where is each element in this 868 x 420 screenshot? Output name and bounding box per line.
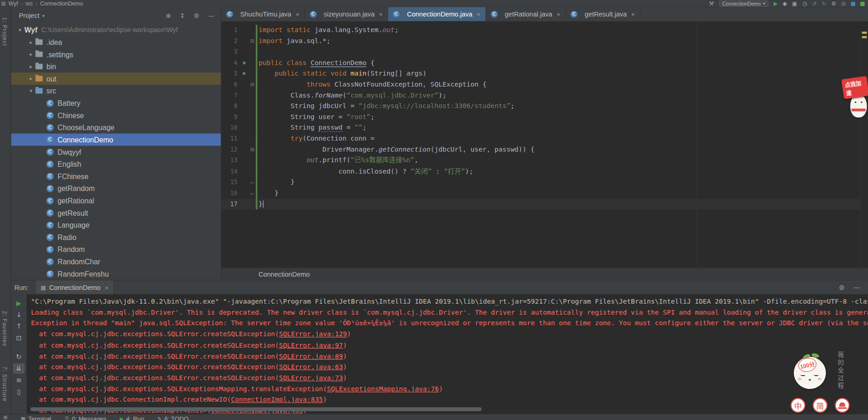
tree-item-.idea[interactable]: ▸.idea [11, 36, 221, 49]
tree-item-getResult[interactable]: CgetResult [11, 207, 221, 219]
expand-icon[interactable]: ▾ [27, 88, 35, 93]
vcs-commit-button[interactable]: ↻ [822, 1, 826, 6]
code-line-17[interactable]: 17} [221, 199, 860, 210]
build-icon[interactable]: ⚒ [709, 1, 714, 6]
search-icon[interactable]: ⊙ [841, 1, 846, 6]
expand-icon[interactable]: ▸ [27, 39, 35, 45]
collapse-icon[interactable]: ↕ [180, 12, 185, 18]
tree-item-ConnectionDemo[interactable]: CConnectionDemo [11, 134, 221, 146]
vcs-update-button[interactable]: ↺ [812, 1, 817, 6]
hat-button[interactable] [835, 398, 850, 413]
code-line-12[interactable]: 12⊟ DriverManager.getConnection(jdbcUrl,… [221, 144, 860, 155]
tree-item-English[interactable]: CEnglish [11, 158, 221, 170]
run-button[interactable]: ▶ [773, 1, 777, 6]
code-line-1[interactable]: 1import static java.lang.System.out; [221, 25, 860, 36]
editor-tab-getRational.java[interactable]: CgetRational.java× [486, 7, 566, 21]
tree-item-bin[interactable]: ▸bin [11, 60, 221, 73]
tree-item-FChinese[interactable]: CFChinese [11, 170, 221, 182]
tree-item-Radio[interactable]: CRadio [11, 231, 221, 243]
code-editor[interactable]: 1import static java.lang.System.out;2⊟im… [221, 22, 860, 267]
close-icon[interactable]: × [631, 11, 635, 18]
tool-button-structure[interactable]: 7: Structure [2, 366, 8, 402]
code-line-7[interactable]: 7 Class.forName(“com.mysql.jdbc.Driver”)… [221, 90, 860, 101]
tree-item-Random[interactable]: CRandom [11, 243, 221, 256]
tool-windows-icon[interactable]: ⊞ [3, 415, 7, 420]
run-gutter-icon[interactable]: ▶ [240, 58, 249, 69]
editor-tab-ConnectionDemo.java[interactable]: CConnectionDemo.java× [388, 7, 486, 21]
code-line-13[interactable]: 13 out.printf(“已%s数据库连接%n”, [221, 155, 860, 166]
console-link[interactable]: SQLError.java:73 [279, 374, 343, 382]
code-line-9[interactable]: 9 String user = “root”; [221, 112, 860, 123]
profiler-button[interactable]: ◷ [802, 1, 807, 6]
close-icon[interactable]: × [379, 11, 383, 18]
rerun-button[interactable]: ▶ [13, 298, 24, 308]
console-output[interactable]: "C:\Program Files\Java\jdk-11.0.2\bin\ja… [27, 294, 868, 414]
clear-all-icon[interactable]: ▯ [13, 387, 24, 397]
nav-item-project[interactable]: Wyf [9, 0, 18, 6]
editor-scrollbar[interactable] [860, 22, 868, 267]
simplified-button[interactable]: 简 [813, 398, 828, 413]
code-line-16[interactable]: 16⌐ } [221, 188, 860, 199]
editor-tab-sizeyunsuan.java[interactable]: Csizeyunsuan.java× [305, 7, 388, 21]
console-link[interactable]: SQLError.java:89 [279, 352, 343, 360]
hide-icon[interactable]: — [208, 12, 214, 18]
close-icon[interactable]: × [105, 284, 108, 291]
tree-item-getRandom[interactable]: CgetRandom [11, 182, 221, 195]
tree-item-Wyf[interactable]: ▾WyfC:\Users\Administrator\eclipse-works… [11, 24, 221, 36]
expand-icon[interactable]: ▸ [27, 64, 35, 69]
tree-item-getRational[interactable]: CgetRational [11, 195, 221, 207]
fold-icon[interactable]: ⊟ [249, 36, 256, 47]
close-icon[interactable]: × [557, 11, 561, 18]
coverage-button[interactable]: ▣ [792, 1, 797, 6]
console-link[interactable]: ConnectionImpl.java:835 [231, 396, 323, 404]
code-line-10[interactable]: 10 String passwd = “”; [221, 123, 860, 134]
code-line-14[interactable]: 14 conn.isClosed() ? “关闭” : “打开”); [221, 166, 860, 177]
code-line-6[interactable]: 6⊟ throws ClassNotFoundException, SQLExc… [221, 79, 860, 90]
expand-icon[interactable]: ▸ [27, 76, 35, 82]
debug-button[interactable]: ◆ [783, 1, 787, 6]
statusbar-item-0: Messages[interactable]: ☰0: Messages [65, 415, 106, 420]
gear-icon[interactable]: ⚙ [194, 12, 199, 18]
step-up-icon[interactable]: ↑ [13, 322, 24, 332]
run-gutter-icon[interactable]: ▶ [240, 68, 249, 79]
tool-button-favorites[interactable]: 2: Favorites [2, 311, 8, 347]
nav-item-src[interactable]: src [25, 0, 32, 6]
run-config-dropdown[interactable]: ConnectionDemo ▾ [719, 0, 768, 6]
tree-item-Language[interactable]: CLanguage [11, 219, 221, 231]
run-tab[interactable]: ▦ ConnectionDemo × [35, 280, 114, 294]
hide-icon[interactable]: — [854, 284, 861, 291]
close-icon[interactable]: × [477, 11, 480, 18]
code-line-4[interactable]: 4▶public class ConnectionDemo { [221, 58, 860, 69]
accelerator-badge[interactable]: 点我加速 [841, 76, 868, 99]
statusbar-item-6: TODO[interactable]: ✎6: TODO [157, 415, 189, 420]
tree-item-Dwqyyf[interactable]: CDwqyyf [11, 146, 221, 158]
chinese-button[interactable]: 中 [791, 398, 806, 413]
tool-button-project[interactable]: 1: Project [2, 17, 8, 46]
code-line-5[interactable]: 5▶ public static void main(String[] args… [221, 68, 860, 79]
editor-tab-getResult.java[interactable]: CgetResult.java× [566, 7, 641, 21]
statusbar-item-4: Run[interactable]: ▶4: Run [119, 415, 144, 420]
tree-item-Battery[interactable]: CBattery [11, 97, 221, 109]
gear-icon[interactable]: ⚙ [839, 284, 845, 291]
expand-icon[interactable]: ▾ [16, 27, 24, 33]
scroll-to-end-icon[interactable]: ⇊ [13, 364, 24, 374]
expand-icon[interactable]: ▸ [27, 52, 35, 57]
code-line-11[interactable]: 11 try(Connection conn = [221, 133, 860, 144]
code-line-15[interactable]: 15⌐ } [221, 177, 860, 188]
tree-item-.settings[interactable]: ▸.settings [11, 48, 221, 60]
settings-icon[interactable]: ⚙ [831, 1, 836, 6]
breadcrumb[interactable]: ConnectionDemo [259, 270, 310, 278]
locate-icon[interactable]: ⊕ [166, 12, 171, 18]
nav-item-file[interactable]: ConnectionDemo [40, 0, 83, 6]
print-icon[interactable]: ≡ [13, 375, 24, 385]
console-hscrollbar-thumb[interactable] [31, 407, 482, 411]
editor-tab-ShuchuTimu.java[interactable]: CShuchuTimu.java× [221, 7, 305, 21]
close-icon[interactable]: × [296, 11, 299, 18]
tree-item-RandomChar[interactable]: CRandomChar [11, 256, 221, 268]
step-down-icon[interactable]: ↓ [13, 310, 24, 320]
tray-icon-blue[interactable] [851, 1, 855, 6]
fold-icon[interactable]: ⌐ [249, 188, 256, 199]
console-link[interactable]: SQLExceptionsMapping.java:76 [327, 385, 439, 393]
console-link[interactable]: SQLError.java:129 [279, 330, 347, 338]
tray-icon-green[interactable] [860, 1, 865, 6]
